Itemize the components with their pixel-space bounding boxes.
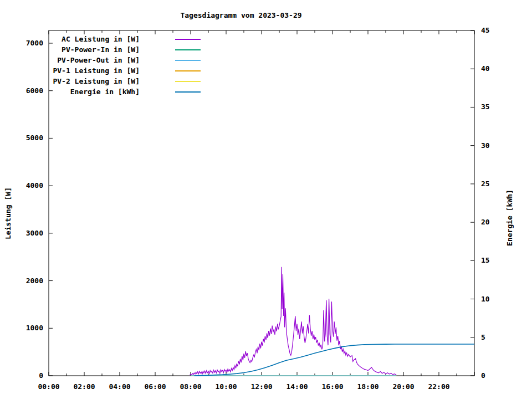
y-right-tick-label: 0 bbox=[481, 371, 485, 380]
x-tick-label: 04:00 bbox=[109, 382, 130, 391]
y-right-tick-label: 15 bbox=[481, 256, 490, 264]
legend-label: PV-Power-Out in [W] bbox=[57, 56, 140, 64]
y-right-tick-label: 10 bbox=[481, 295, 490, 303]
x-tick-label: 20:00 bbox=[392, 382, 414, 391]
chart-canvas: Tagesdiagramm vom 2023-03-29 Leistung [W… bbox=[0, 0, 532, 399]
y-right-tick-label: 35 bbox=[481, 103, 490, 111]
y-right-tick-label: 45 bbox=[481, 26, 490, 34]
y-right-tick-label: 20 bbox=[481, 218, 490, 226]
x-tick-label: 22:00 bbox=[428, 382, 449, 391]
y-left-tick-label: 5000 bbox=[26, 134, 43, 142]
x-tick-label: 18:00 bbox=[357, 382, 378, 391]
y-left-tick-label: 7000 bbox=[26, 39, 43, 47]
y-right-tick-label: 30 bbox=[481, 141, 490, 150]
x-tick-label: 10:00 bbox=[215, 382, 237, 391]
x-tick-label: 16:00 bbox=[321, 382, 343, 391]
x-tick-label: 06:00 bbox=[144, 382, 166, 391]
y-right-tick-label: 5 bbox=[481, 333, 485, 341]
legend-label: Energie in [kWh] bbox=[70, 88, 140, 96]
x-tick-label: 14:00 bbox=[286, 382, 308, 391]
y-left-tick-label: 6000 bbox=[26, 86, 43, 95]
legend-label: PV-2 Leistung in [W] bbox=[53, 77, 140, 85]
y-left-tick-label: 1000 bbox=[26, 324, 43, 332]
y-left-tick-label: 4000 bbox=[26, 181, 43, 190]
y-left-tick-label: 2000 bbox=[26, 277, 43, 285]
x-tick-label: 08:00 bbox=[180, 382, 201, 391]
legend-label: PV-1 Leistung in [W] bbox=[53, 66, 140, 75]
x-tick-label: 12:00 bbox=[250, 382, 272, 391]
y-right-tick-label: 40 bbox=[481, 64, 490, 73]
series-energie-in-kwh bbox=[194, 344, 474, 376]
y-right-tick-label: 25 bbox=[481, 180, 490, 188]
x-tick-label: 00:00 bbox=[38, 382, 59, 391]
x-tick-label: 02:00 bbox=[73, 382, 95, 391]
plot-area: 00:0002:0004:0006:0008:0010:0012:0014:00… bbox=[0, 0, 532, 399]
legend-label: PV-Power-In in [W] bbox=[62, 45, 140, 54]
y-left-tick-label: 0 bbox=[39, 371, 43, 380]
legend-label: AC Leistung in [W] bbox=[62, 35, 140, 43]
y-left-tick-label: 3000 bbox=[26, 229, 43, 237]
